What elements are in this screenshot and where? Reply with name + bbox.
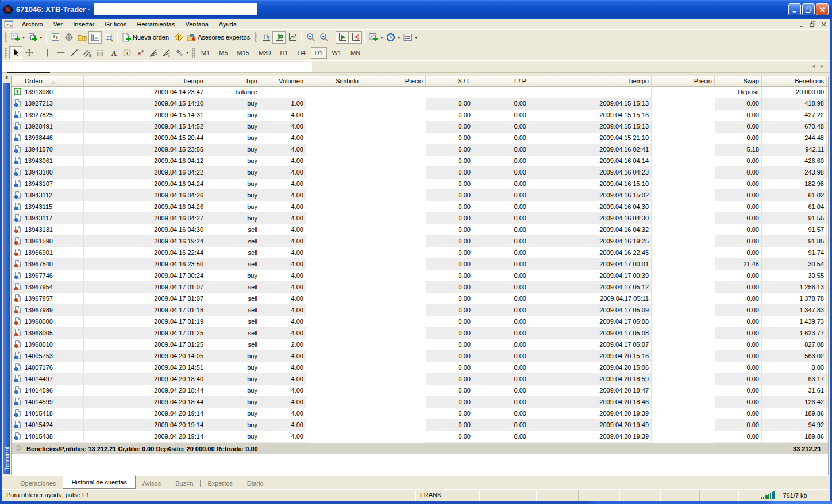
toolbar-grip[interactable] [255,32,257,42]
indicators-button[interactable]: ▾ [367,31,384,44]
column-header-swap[interactable]: Swap [715,76,762,87]
toolbar-grip[interactable] [5,32,7,42]
cell-tiempo: 2009.04.16 04:24 [84,179,206,190]
column-header-tipo[interactable]: Tipo [206,76,260,87]
expert-advisors-button[interactable]: Asesores expertos [185,31,253,44]
toolbar-grip[interactable] [192,48,195,58]
text-button[interactable]: A [107,46,120,59]
buy-order-icon [12,374,22,385]
buy-order-icon [12,144,22,156]
timeframe-h4-button[interactable]: H4 [293,47,309,59]
periods-button[interactable]: ▾ [384,31,402,44]
vertical-line-button[interactable] [41,46,54,59]
zoom-in-button[interactable] [304,31,317,44]
trend-line-button[interactable] [67,46,80,59]
editor-button[interactable] [172,31,185,44]
chart-shift-button[interactable] [349,31,362,44]
menu-insertar[interactable]: Insertar [68,20,99,29]
column-header-beneficios[interactable]: Beneficios [762,76,827,87]
cell-tiempo: 2009.04.20 14:05 [84,351,206,362]
new-order-button[interactable]: Nueva orden [120,31,172,44]
column-header-tiempo_cierre[interactable]: Tiempo [529,76,652,87]
restore-button[interactable] [802,3,815,15]
menu-herramientas[interactable]: Herramientas [132,20,180,29]
timeframe-m1-button[interactable]: M1 [197,47,214,59]
close-button[interactable] [816,3,829,15]
equidistant-channel-button[interactable]: E [80,46,94,59]
arrows-button[interactable]: μt [133,46,147,59]
cell-swap: 0.00 [715,190,762,201]
toolbar-grip[interactable] [5,48,7,58]
fibonacci-grid-button[interactable]: F [94,46,107,59]
dropdown-arrow-icon[interactable]: ▾ [398,35,400,40]
column-header-orden[interactable]: Orden△ [22,76,84,87]
cell-tp: 0.00 [473,362,529,374]
chart-line-button[interactable] [286,31,299,44]
menu-items: ArchivoVerInsertarGr ficosHerramientasVe… [17,20,242,29]
fibonacci-retracement-button[interactable]: F [160,46,173,59]
dropdown-arrow-icon[interactable]: ▾ [415,35,417,40]
tab-avisos[interactable]: Avisos [136,478,168,489]
profiles-button[interactable]: ▾ [26,31,44,44]
text-label-button[interactable]: T [120,46,133,59]
menu-ayuda[interactable]: Ayuda [214,20,242,29]
child-minimize-button[interactable] [799,21,805,28]
child-close-button[interactable] [821,21,827,28]
timeframe-m5-button[interactable]: M5 [215,47,232,59]
column-header-icon[interactable] [12,76,22,87]
column-header-volumen[interactable]: Volumen [260,76,306,87]
market-watch-button[interactable] [49,31,62,44]
timeframe-m15-button[interactable]: M15 [233,47,253,59]
chart-tab-scroll-arrows[interactable]: ◂ ▸ [812,63,826,69]
cell-beneficios: 31.61 [762,385,827,397]
timeframe-h1-button[interactable]: H1 [276,47,292,59]
data-window-button[interactable] [62,31,75,44]
menu-gr-ficos[interactable]: Gr ficos [100,20,132,29]
menu-archivo[interactable]: Archivo [17,20,48,29]
horizontal-line-button[interactable] [54,46,67,59]
column-header-precio_cierre[interactable]: Precio [652,76,715,87]
navigator-button[interactable] [75,31,88,44]
dropdown-arrow-icon[interactable]: ▾ [40,35,42,40]
strategy-tester-button[interactable] [102,31,115,44]
timeframe-m30-button[interactable]: M30 [255,47,275,59]
minimize-button[interactable] [788,3,801,15]
column-header-tp[interactable]: T / P [473,76,529,87]
column-header-sl[interactable]: S / L [426,76,473,87]
column-header-tiempo[interactable]: Tiempo [84,76,206,87]
fibonacci-fan-button[interactable] [147,46,160,59]
cell-sl: 0.00 [426,98,473,110]
tab-expertos[interactable]: Expertos [201,478,239,489]
dropdown-arrow-icon[interactable]: ▾ [186,50,188,55]
column-header-precio[interactable]: Precio [361,76,426,87]
dropdown-arrow-icon[interactable]: ▾ [380,35,383,40]
history-row[interactable]: 139139802009.04.14 23:47balanceDeposit20… [12,87,828,98]
new-chart-button[interactable]: ▾ [9,31,26,44]
timeframe-mn-button[interactable]: MN [346,47,364,59]
cell-tiempo: 2009.04.20 19:14 [84,420,206,431]
terminal-close-button[interactable]: x [3,74,10,82]
timeframe-d1-button[interactable]: D1 [311,47,327,59]
zoom-out-button[interactable] [317,31,330,44]
menu-ventana[interactable]: Ventana [180,20,213,29]
tab-operaciones[interactable]: Operaciones [13,478,63,489]
cell-sl: 0.00 [426,328,473,339]
terminal-button[interactable] [88,31,102,44]
tab-buz-n[interactable]: Buz¢n [168,478,200,489]
tab-historial-de-cuentas[interactable]: Historial de cuentas [63,475,136,489]
chart-candles-button[interactable] [272,31,286,44]
cell-beneficios: 61.02 [762,190,827,201]
crosshair-button[interactable] [22,46,36,59]
cell-tiempo: 2009.04.17 01:07 [84,282,206,293]
shapes-button[interactable]: ▾ [173,46,190,59]
tab-diario[interactable]: Diario [240,478,271,489]
cursor-button[interactable] [9,46,22,59]
menu-ver[interactable]: Ver [48,20,68,29]
dropdown-arrow-icon[interactable]: ▾ [22,35,25,40]
templates-button[interactable]: ▾ [402,31,419,44]
child-restore-button[interactable] [810,21,816,28]
column-header-simbolo[interactable]: Simbolo [306,76,361,87]
chart-bars-button[interactable] [259,31,272,44]
timeframe-w1-button[interactable]: W1 [328,47,346,59]
auto-scroll-button[interactable] [336,31,349,44]
